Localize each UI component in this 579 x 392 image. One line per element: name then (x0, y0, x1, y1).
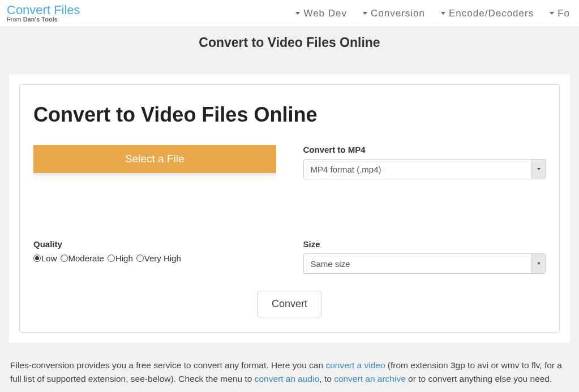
nav-label: Fo (557, 8, 570, 19)
card: Convert to Video Files Online Select a F… (9, 74, 570, 343)
quality-radio-moderate[interactable]: Moderate (61, 253, 104, 263)
brand-sub-bold: Dan's Tools (23, 16, 58, 23)
dropdown-button[interactable] (531, 254, 545, 273)
caret-down-icon (295, 12, 300, 15)
row-spacer (33, 189, 546, 239)
link-convert-video[interactable]: convert a video (325, 360, 385, 370)
row-upload-format: Select a File Convert to MP4 MP4 format … (33, 145, 546, 179)
row-quality-size: Quality Low Moderate High (33, 239, 546, 274)
size-select[interactable]: Same size (303, 253, 546, 274)
format-select[interactable]: MP4 format (.mp4) (303, 159, 546, 179)
main-nav: Web Dev Conversion Encode/Decoders Fo (295, 8, 572, 19)
brand-subtitle: From Dan's Tools (7, 16, 80, 23)
quality-radios: Low Moderate High Very High (33, 253, 276, 263)
topbar: Convert Files From Dan's Tools Web Dev C… (0, 0, 579, 27)
link-convert-archive[interactable]: convert an archive (334, 374, 406, 384)
nav-item-webdev[interactable]: Web Dev (295, 8, 347, 19)
radio-label: Very High (144, 253, 181, 263)
convert-button[interactable]: Convert (258, 291, 321, 317)
quality-radio-veryhigh[interactable]: Very High (136, 253, 181, 263)
brand-sub-prefix: From (7, 16, 23, 23)
col-upload: Select a File (33, 145, 276, 179)
desc-text: , to (319, 374, 334, 384)
page-title: Convert to Video Files Online (0, 27, 579, 58)
nav-label: Conversion (371, 8, 425, 19)
desc-text: Files-conversion provides you a free ser… (10, 360, 325, 370)
desc-text: or to convert anything else you need. (406, 374, 552, 384)
panel-title: Convert to Video Files Online (33, 103, 546, 127)
col-format: Convert to MP4 MP4 format (.mp4) (303, 145, 546, 179)
description: Files-conversion provides you a free ser… (9, 359, 570, 386)
radio-icon (61, 255, 68, 262)
quality-radio-high[interactable]: High (108, 253, 133, 263)
link-convert-audio[interactable]: convert an audio (255, 374, 320, 384)
radio-label: Low (41, 253, 57, 263)
chevron-down-icon (537, 262, 541, 265)
convert-wrap: Convert (33, 291, 546, 317)
quality-label: Quality (33, 239, 276, 249)
caret-down-icon (550, 12, 554, 15)
radio-icon (108, 255, 115, 262)
format-value: MP4 format (.mp4) (304, 160, 532, 179)
size-label: Size (303, 239, 546, 249)
brand[interactable]: Convert Files From Dan's Tools (7, 3, 80, 23)
select-file-button[interactable]: Select a File (33, 145, 276, 173)
nav-item-encoders[interactable]: Encode/Decoders (441, 8, 534, 19)
chevron-down-icon (537, 168, 541, 170)
upload-shadow (33, 173, 276, 179)
dropdown-button[interactable] (531, 160, 545, 179)
radio-label: Moderate (68, 253, 104, 263)
quality-radio-low[interactable]: Low (33, 253, 57, 263)
panel: Convert to Video Files Online Select a F… (19, 84, 560, 333)
col-quality: Quality Low Moderate High (33, 239, 276, 274)
nav-label: Encode/Decoders (449, 8, 534, 19)
col-size: Size Same size (303, 239, 546, 274)
radio-label: High (115, 253, 133, 263)
format-label: Convert to MP4 (303, 145, 546, 154)
radio-icon (33, 255, 41, 262)
radio-icon (136, 255, 144, 262)
caret-down-icon (441, 12, 445, 15)
brand-title: Convert Files (7, 3, 80, 16)
nav-item-partial[interactable]: Fo (550, 8, 570, 19)
nav-item-conversion[interactable]: Conversion (363, 8, 425, 19)
size-value: Same size (304, 254, 532, 273)
container: Convert to Video Files Online Select a F… (0, 74, 579, 386)
nav-label: Web Dev (303, 8, 347, 19)
caret-down-icon (363, 12, 367, 15)
